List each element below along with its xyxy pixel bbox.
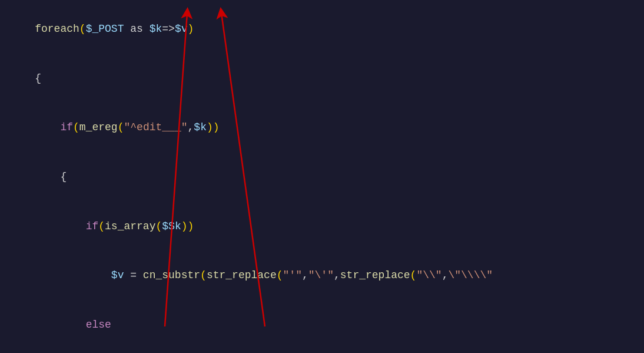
code-line-7: else bbox=[9, 301, 635, 350]
code-editor: foreach($_POST as $k=>$v) { if(m_ereg("^… bbox=[0, 0, 644, 353]
code-line-2: { bbox=[9, 54, 635, 104]
code-line-3: if(m_ereg("^edit___",$k)) bbox=[9, 103, 635, 153]
code-line-4: { bbox=[9, 153, 635, 202]
code-line-6: $v = cn_substr(str_replace("'","\'",str_… bbox=[9, 251, 635, 301]
fn-foreach: foreach bbox=[35, 23, 79, 35]
code-line-8: $v = cn_substr(str_replace("'","\'",str_… bbox=[9, 350, 635, 353]
code-line-1: foreach($_POST as $k=>$v) bbox=[9, 5, 635, 54]
code-line-5: if(is_array($$k)) bbox=[9, 202, 635, 252]
